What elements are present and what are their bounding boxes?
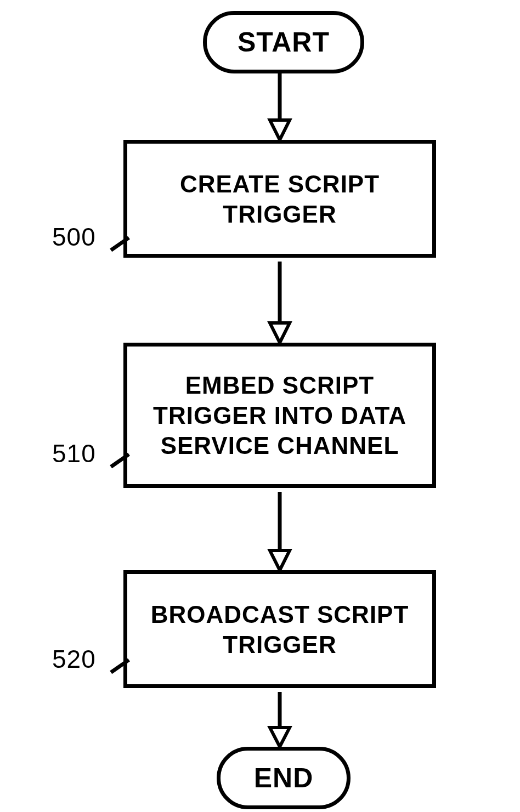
terminator-start-label: START [238,26,330,58]
process-step3-text: BROADCAST SCRIPT TRIGGER [138,599,421,660]
process-create-script-trigger: CREATE SCRIPT TRIGGER [123,140,436,258]
process-broadcast-script-trigger: BROADCAST SCRIPT TRIGGER [123,570,436,688]
process-step2-text: EMBED SCRIPT TRIGGER INTO DATA SERVICE C… [138,370,421,461]
ref-label-510: 510 [52,439,96,468]
ref-label-500: 500 [52,222,96,252]
arrow-step2-to-step3 [274,492,285,571]
process-step1-text: CREATE SCRIPT TRIGGER [138,169,421,229]
terminator-start: START [203,11,364,73]
ref-label-520: 520 [52,644,96,674]
arrow-step1-to-step2 [274,262,285,344]
flowchart-canvas: START CREATE SCRIPT TRIGGER 500 EMBED SC… [0,0,520,812]
arrow-step3-to-end [274,692,285,748]
svg-marker-3 [270,323,290,343]
svg-marker-5 [270,550,290,570]
svg-marker-7 [270,728,290,747]
terminator-end-label: END [254,762,314,794]
process-embed-script-trigger: EMBED SCRIPT TRIGGER INTO DATA SERVICE C… [123,343,436,488]
terminator-end: END [217,747,351,809]
svg-marker-1 [270,120,290,140]
arrow-start-to-step1 [274,70,285,141]
